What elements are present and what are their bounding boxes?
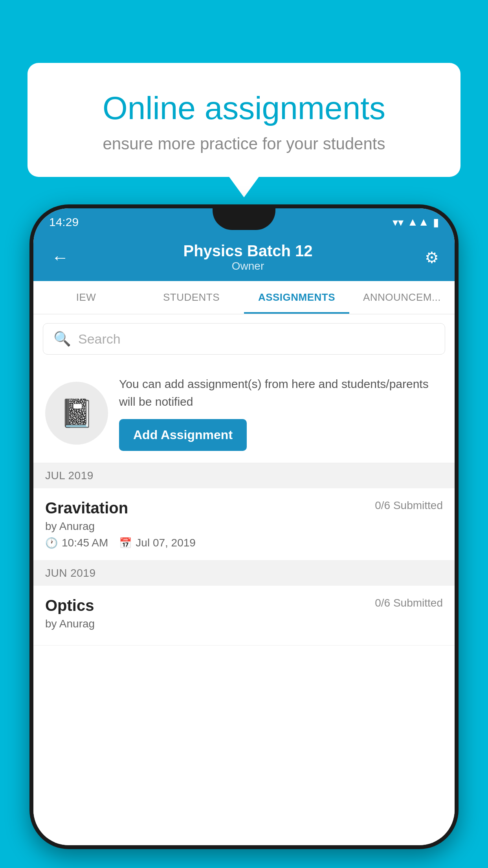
info-description: You can add assignment(s) from here and …	[119, 375, 443, 410]
assignment-submitted-gravitation: 0/6 Submitted	[375, 499, 443, 512]
assignment-date-gravitation: Jul 07, 2019	[136, 537, 196, 549]
clock-icon: 🕐	[45, 537, 58, 549]
month-separator-jul: JUL 2019	[33, 463, 455, 488]
assignment-item-optics[interactable]: Optics 0/6 Submitted by Anurag	[33, 586, 455, 645]
meta-time-gravitation: 🕐 10:45 AM	[45, 537, 108, 549]
search-bar[interactable]: 🔍 Search	[43, 323, 445, 355]
status-time: 14:29	[49, 215, 79, 229]
search-icon: 🔍	[53, 331, 71, 347]
content-area: 🔍 Search 📓 You can add assignment(s) fro…	[33, 314, 455, 845]
calendar-icon: 📅	[119, 537, 132, 549]
assignment-by-gravitation: by Anurag	[45, 520, 443, 533]
battery-icon: ▮	[433, 216, 439, 229]
add-assignment-button[interactable]: Add Assignment	[119, 419, 247, 451]
phone-frame: 14:29 ▾▾ ▲▲ ▮ ← Physics Batch 12 Owner ⚙…	[29, 204, 459, 849]
header-subtitle: Owner	[71, 260, 425, 272]
info-text-area: You can add assignment(s) from here and …	[119, 375, 443, 451]
search-container: 🔍 Search	[33, 314, 455, 363]
assignment-by-optics: by Anurag	[45, 618, 443, 630]
app-header: ← Physics Batch 12 Owner ⚙	[33, 234, 455, 281]
tab-students[interactable]: STUDENTS	[139, 281, 244, 314]
assignment-time-gravitation: 10:45 AM	[62, 537, 108, 549]
back-button[interactable]: ←	[49, 245, 71, 270]
speech-bubble: Online assignments ensure more practice …	[28, 63, 460, 177]
header-title: Physics Batch 12	[71, 242, 425, 260]
speech-bubble-subtitle: ensure more practice for your students	[59, 134, 429, 153]
wifi-icon: ▾▾	[393, 216, 404, 229]
tab-assignments[interactable]: ASSIGNMENTS	[244, 281, 349, 314]
search-placeholder: Search	[78, 331, 121, 347]
speech-bubble-container: Online assignments ensure more practice …	[28, 63, 460, 177]
assignment-name-gravitation: Gravitation	[45, 499, 128, 517]
status-icons: ▾▾ ▲▲ ▮	[393, 216, 439, 229]
assignment-submitted-optics: 0/6 Submitted	[375, 597, 443, 609]
tabs-container: IEW STUDENTS ASSIGNMENTS ANNOUNCEM...	[33, 281, 455, 314]
assignment-icon-circle: 📓	[45, 382, 108, 445]
month-separator-jun: JUN 2019	[33, 561, 455, 586]
header-center: Physics Batch 12 Owner	[71, 242, 425, 272]
info-card: 📓 You can add assignment(s) from here an…	[33, 363, 455, 463]
notebook-icon: 📓	[60, 397, 94, 429]
assignment-top-optics: Optics 0/6 Submitted	[45, 597, 443, 614]
settings-button[interactable]: ⚙	[425, 248, 439, 267]
tab-announcements[interactable]: ANNOUNCEM...	[349, 281, 455, 314]
meta-date-gravitation: 📅 Jul 07, 2019	[119, 537, 196, 549]
assignment-name-optics: Optics	[45, 597, 94, 614]
assignment-top: Gravitation 0/6 Submitted	[45, 499, 443, 517]
phone-screen: 14:29 ▾▾ ▲▲ ▮ ← Physics Batch 12 Owner ⚙…	[33, 208, 455, 845]
signal-icon: ▲▲	[407, 216, 429, 228]
tab-iew[interactable]: IEW	[33, 281, 139, 314]
notch	[213, 208, 275, 230]
assignment-meta-gravitation: 🕐 10:45 AM 📅 Jul 07, 2019	[45, 537, 443, 549]
assignment-item-gravitation[interactable]: Gravitation 0/6 Submitted by Anurag 🕐 10…	[33, 488, 455, 561]
speech-bubble-title: Online assignments	[59, 90, 429, 126]
